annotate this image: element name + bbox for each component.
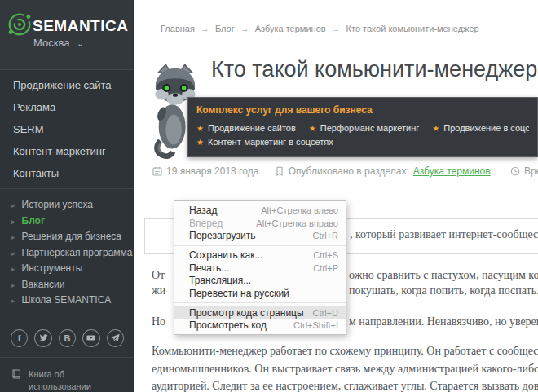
context-menu-item-label: Перезагрузить <box>189 230 255 241</box>
paragraph: Коммьюнити-менеджер работает по схожему … <box>152 342 538 392</box>
sub-menu-item-label: Инструменты <box>22 262 83 274</box>
context-menu-item[interactable]: ПерезагрузитьCtrl+R <box>174 229 346 242</box>
context-menu-item-shortcut: Alt+Стрелка вправо <box>256 218 338 228</box>
star-icon: ★ <box>432 124 439 133</box>
banner-service-item[interactable]: ★Продвижение сайтов <box>196 123 296 133</box>
arrow-bullet-icon: ▸ <box>11 201 15 209</box>
context-menu-item-shortcut: Alt+Стрелка влево <box>261 205 338 215</box>
article-date: 19 января 2018 года. <box>166 165 262 177</box>
breadcrumb-link[interactable]: Азбука терминов <box>255 24 326 33</box>
banner-row-1: ★Продвижение сайтов★Перформанс маркетинг… <box>196 121 529 135</box>
context-menu-item-label: Сохранить как... <box>189 249 262 261</box>
paragraph-line: аудиторией. Следит за ее настроением, сг… <box>152 377 538 392</box>
context-menu-item[interactable]: Печать...Ctrl+P <box>174 262 346 275</box>
sub-menu-item-label: Школа SEMANTICA <box>22 294 112 306</box>
arrow-bullet-icon: ▸ <box>11 265 15 273</box>
services-banner[interactable]: Комплекс услуг для вашего бизнеса ★Продв… <box>187 97 538 157</box>
main-menu-item[interactable]: Контент-маркетинг <box>0 140 134 162</box>
banner-service-label: Продвижение в соцсетях <box>443 123 529 133</box>
book-link-label: Книга об использовании тематического тра… <box>29 368 123 392</box>
banner-service-label: Продвижение сайтов <box>208 123 296 133</box>
sub-menu-item-label: Партнерская программа <box>22 247 133 258</box>
banner-service-item[interactable]: ★Контент-маркетинг в соцсетях <box>196 137 333 147</box>
banner-title: Комплекс услуг для вашего бизнеса <box>196 104 529 116</box>
context-menu-item-label: Перевести на русский <box>189 288 289 299</box>
section-link[interactable]: Азбука терминов <box>413 165 491 177</box>
arrow-bullet-icon: ▸ <box>11 233 15 241</box>
context-menu-item-label: Просмотр кода страницы <box>189 307 304 319</box>
context-menu-item-label: Трансляция... <box>189 275 251 286</box>
social-twitter-icon[interactable] <box>34 329 51 347</box>
paragraph-fragment: м направлении. Ненавязчиво, но уверенн <box>349 315 538 328</box>
semantica-logo-icon[interactable] <box>6 11 33 38</box>
context-menu-item-shortcut: Ctrl+S <box>313 250 338 260</box>
social-facebook-icon[interactable]: f <box>11 329 28 347</box>
context-menu-item[interactable]: Просмотр кода страницыCtrl+U <box>174 306 346 319</box>
quote-text-fragment: , который развивает интернет-сообщество <box>350 228 538 241</box>
page-title: Кто такой комьюнити-менеджер <box>211 57 537 82</box>
social-telegram-icon[interactable] <box>107 329 124 347</box>
main-menu: Продвижение сайтаРекламаSERMКонтент-марк… <box>0 70 134 189</box>
page: SEMANTICA Москва ⌄ Продвижение сайтаРекл… <box>0 0 538 392</box>
arrow-bullet-icon: ▸ <box>11 297 15 305</box>
published-label: Опубликовано в разделах: <box>289 165 409 177</box>
city-label: Москва <box>33 37 69 51</box>
clock-icon <box>510 166 520 176</box>
context-menu-item[interactable]: НазадAlt+Стрелка влево <box>174 204 346 217</box>
brand-title[interactable]: SEMANTICA <box>33 17 128 35</box>
social-youtube-icon[interactable] <box>82 329 99 347</box>
banner-service-item[interactable]: ★Перформанс маркетинг <box>309 123 419 133</box>
bookmark-icon <box>275 166 284 176</box>
context-menu-item-label: Вперед <box>189 218 223 229</box>
book-icon <box>11 369 21 379</box>
social-vk-icon[interactable]: B <box>59 329 76 347</box>
main-menu-item[interactable]: Контакты <box>0 162 134 184</box>
context-menu-item-shortcut: Ctrl+U <box>313 308 338 318</box>
paragraph-fragment: Но <box>152 315 165 328</box>
breadcrumb-current: Кто такой комьюнити-менеджер <box>346 24 479 33</box>
arrow-bullet-icon: ▸ <box>11 249 15 258</box>
logo-block: SEMANTICA Москва ⌄ <box>0 0 134 70</box>
context-menu-item-label: Просмотреть код <box>189 319 267 331</box>
paragraph-line: единомышленников. Он выстраивает связь м… <box>152 360 538 378</box>
sub-menu-item[interactable]: ▸Вакансии <box>0 277 134 293</box>
context-menu-item-shortcut: Ctrl+Shift+I <box>293 320 338 330</box>
sub-menu-item-label: Вакансии <box>22 279 65 290</box>
paragraph-fragment: покушать, когда попить, когда поспать. <box>349 284 538 297</box>
sub-menu-item[interactable]: ▸Партнерская программа <box>0 245 134 262</box>
paragraph-fragment: жи <box>152 284 165 297</box>
main-menu-item[interactable]: Продвижение сайта <box>0 74 134 96</box>
period: . <box>495 165 497 177</box>
paragraph-fragment: От <box>152 269 165 282</box>
banner-service-item[interactable]: ★Продвижение в соцсетях <box>432 123 529 133</box>
breadcrumb-separator: → <box>201 24 209 33</box>
article-meta: 19 января 2018 года. Опубликовано в разд… <box>152 165 538 177</box>
main-menu-item[interactable]: SERM <box>0 118 134 140</box>
sub-menu-item[interactable]: ▸Школа SEMANTICA <box>0 293 134 309</box>
context-menu-item[interactable]: Просмотреть кодCtrl+Shift+I <box>174 319 346 333</box>
banner-service-label: Перформанс маркетинг <box>320 123 420 133</box>
book-link[interactable]: Книга об использовании тематического тра… <box>0 358 134 392</box>
breadcrumb-link[interactable]: Блог <box>215 24 235 33</box>
context-menu-item[interactable]: Перевести на русский <box>174 287 346 300</box>
arrow-bullet-icon: ▸ <box>11 281 15 289</box>
sub-menu-item[interactable]: ▸Инструменты <box>0 261 134 277</box>
context-menu-item[interactable]: Сохранить как...Ctrl+S <box>174 249 346 262</box>
city-selector[interactable]: Москва ⌄ <box>33 37 84 49</box>
chevron-down-icon: ⌄ <box>77 38 84 48</box>
main-menu-item[interactable]: Реклама <box>0 96 134 118</box>
social-links: fB <box>0 319 134 358</box>
star-icon: ★ <box>196 138 204 147</box>
menu-separator <box>174 245 346 246</box>
sub-menu-item[interactable]: ▸Блог <box>0 214 134 230</box>
sub-menu: ▸Истории успеха▸Блог▸Решения для бизнеса… <box>0 189 134 319</box>
sub-menu-item[interactable]: ▸Решения для бизнеса <box>0 229 134 245</box>
breadcrumb-link[interactable]: Главная <box>161 24 195 33</box>
breadcrumb: Главная→Блог→Азбука терминов→Кто такой к… <box>161 24 479 33</box>
breadcrumb-separator: → <box>332 24 341 33</box>
context-menu-item-label: Назад <box>189 205 217 216</box>
context-menu-item-label: Печать... <box>189 262 229 274</box>
context-menu-item[interactable]: Трансляция... <box>174 274 346 287</box>
sub-menu-item-label: Истории успеха <box>22 199 93 210</box>
sub-menu-item[interactable]: ▸Истории успеха <box>0 197 134 214</box>
